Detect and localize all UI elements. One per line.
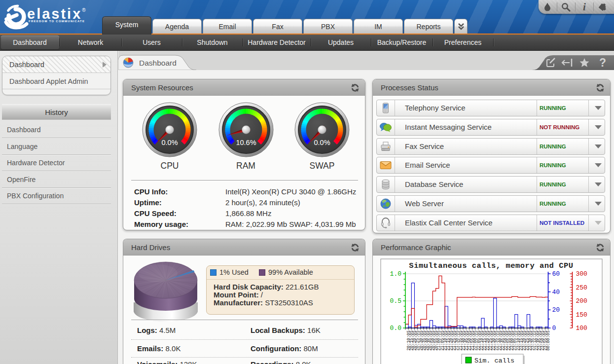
svg-text:Dashboard: Dashboard <box>139 59 177 67</box>
svg-text:150: 150 <box>576 311 587 319</box>
svg-text:60: 60 <box>552 270 560 278</box>
svg-text:0.0%: 0.0% <box>314 139 330 146</box>
svg-text:0.5: 0.5 <box>390 297 401 305</box>
svg-text:0.0%: 0.0% <box>161 139 178 146</box>
svg-text:40: 40 <box>552 289 560 296</box>
svg-text:0.0: 0.0 <box>390 325 401 332</box>
svg-text:250: 250 <box>576 284 587 291</box>
svg-text:Simultaneous calls, memory and: Simultaneous calls, memory and CPU <box>409 261 573 270</box>
svg-text:200: 200 <box>576 297 587 305</box>
svg-text:100: 100 <box>576 325 587 332</box>
svg-text:20: 20 <box>552 306 560 314</box>
svg-text:?: ? <box>599 56 606 69</box>
svg-text:1.0: 1.0 <box>390 270 401 278</box>
svg-text:300: 300 <box>576 270 587 278</box>
svg-text:Sim. calls: Sim. calls <box>474 357 514 364</box>
svg-text:10.6%: 10.6% <box>236 139 256 146</box>
svg-text:0: 0 <box>552 325 556 332</box>
svg-text:00:00:05: 00:00:05 <box>546 330 551 351</box>
